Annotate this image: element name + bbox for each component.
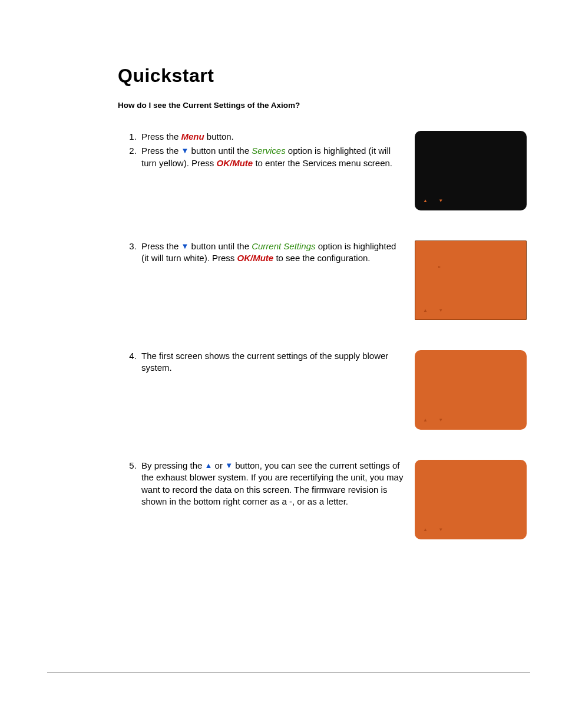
step-4: The first screen shows the current setti… — [139, 350, 405, 374]
nav-arrows-icon: ▲ ▼ — [423, 527, 448, 532]
step-row-3: The first screen shows the current setti… — [118, 350, 527, 433]
step-1: Press the Menu button. — [139, 131, 405, 143]
screenshot-services-menu: ▸ ▲ ▼ — [415, 241, 527, 320]
down-arrow-icon: ▼ — [225, 462, 233, 469]
screenshot-exhaust-settings: ▲ ▼ — [415, 460, 527, 539]
step-2: Press the ▼ button until the Services op… — [139, 145, 405, 169]
step-row-2: Press the ▼ button until the Current Set… — [118, 241, 527, 323]
step-list-1: Press the Menu button. Press the ▼ butto… — [118, 131, 415, 172]
text: to see the configuration. — [273, 253, 370, 263]
screenshot-main-menu: ▲ ▼ — [415, 131, 527, 210]
selection-arrow-icon: ▸ — [438, 264, 441, 269]
okmute-label: OK/Mute — [217, 158, 253, 168]
text: button until the — [189, 241, 252, 251]
step-row-1: Press the Menu button. Press the ▼ butto… — [118, 131, 527, 213]
sub-heading: How do I see the Current Settings of the… — [118, 101, 527, 110]
nav-arrows-icon: ▲ ▼ — [423, 417, 448, 423]
services-label: Services — [252, 146, 286, 156]
down-arrow-icon: ▼ — [181, 147, 189, 154]
up-arrow-icon: ▲ — [205, 462, 213, 469]
nav-arrows-icon: ▲ ▼ — [423, 198, 448, 203]
step-5: By pressing the ▲ or ▼ button, you can s… — [139, 460, 405, 508]
current-settings-label: Current Settings — [252, 241, 315, 251]
text: Press the — [141, 241, 181, 251]
down-arrow-icon: ▼ — [181, 242, 189, 250]
screenshot-supply-settings: ▲ ▼ — [415, 350, 527, 430]
text: Press the — [141, 146, 181, 156]
text: By pressing the — [141, 460, 205, 470]
page: Quickstart How do I see the Current Sett… — [0, 0, 562, 720]
text: or — [212, 460, 225, 470]
step-row-4: By pressing the ▲ or ▼ button, you can s… — [118, 460, 527, 542]
text: The first screen shows the current setti… — [141, 351, 388, 373]
okmute-label: OK/Mute — [237, 253, 274, 263]
page-title: Quickstart — [118, 65, 527, 87]
step-list-3: The first screen shows the current setti… — [118, 350, 415, 377]
step-3: Press the ▼ button until the Current Set… — [139, 241, 405, 265]
menu-label: Menu — [181, 131, 204, 141]
text: to enter the Services menu screen. — [253, 158, 392, 168]
text: button until the — [189, 146, 252, 156]
nav-arrows-icon: ▲ ▼ — [423, 308, 448, 313]
footer-divider — [47, 672, 530, 673]
step-list-2: Press the ▼ button until the Current Set… — [118, 241, 415, 267]
text: button. — [204, 131, 234, 141]
text: Press the — [141, 131, 181, 141]
step-list-4: By pressing the ▲ or ▼ button, you can s… — [118, 460, 415, 510]
